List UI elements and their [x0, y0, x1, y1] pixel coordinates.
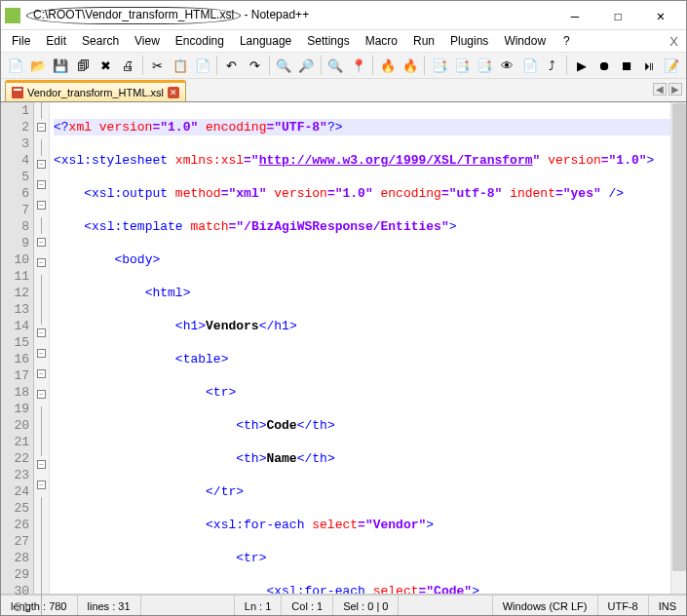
fold-toggle-icon[interactable]: − [37, 238, 46, 247]
window-title: C:\ROOT\Vendor_transform_HTML.xsl - Note… [26, 7, 309, 24]
app-name: Notepad++ [251, 8, 309, 21]
macro-multi-icon[interactable]: ⏯ [639, 55, 660, 76]
menu-view[interactable]: View [128, 32, 167, 50]
new-file-icon[interactable]: 📄 [5, 55, 25, 76]
find-icon[interactable]: 🔍 [274, 55, 294, 76]
tab-prev-icon[interactable]: ◀ [653, 83, 667, 96]
menu-encoding[interactable]: Encoding [169, 32, 231, 50]
menu-edit[interactable]: Edit [39, 32, 73, 50]
menubar: File Edit Search View Encoding Language … [1, 30, 686, 52]
all-chars-icon[interactable]: 📑 [452, 55, 473, 76]
open-file-icon[interactable]: 📂 [27, 55, 48, 76]
save-all-icon[interactable]: 🗐 [72, 55, 93, 76]
line-number-gutter: 1234567891011121314151617181920212223242… [1, 102, 34, 594]
doc-close-button[interactable]: X [669, 34, 678, 49]
app-icon [5, 8, 20, 23]
titlebar: C:\ROOT\Vendor_transform_HTML.xsl - Note… [1, 1, 686, 30]
toolbar: 📄 📂 💾 🗐 ✖ 🖨 ✂ 📋 📄 ↶ ↷ 🔍 🔎 🔍 📍 🔥 🔥 📑 📑 📑 … [1, 52, 686, 79]
fold-toggle-icon[interactable]: − [37, 369, 46, 378]
tab-close-icon[interactable]: ✕ [168, 87, 179, 98]
line-number: 28 [1, 550, 29, 566]
macro-stop-icon[interactable]: ⏺ [593, 55, 614, 76]
menu-settings[interactable]: Settings [300, 32, 356, 50]
menu-window[interactable]: Window [497, 32, 553, 50]
line-number: 1 [1, 102, 29, 119]
cut-icon[interactable]: ✂ [147, 55, 168, 76]
fold-toggle-icon[interactable]: − [37, 160, 46, 169]
statusbar: length : 780 lines : 31 Ln : 1 Col : 1 S… [1, 595, 686, 616]
line-number: 13 [1, 301, 29, 318]
line-number: 26 [1, 517, 29, 533]
status-eol[interactable]: Windows (CR LF) [493, 596, 598, 616]
paste-icon[interactable]: 📄 [192, 55, 212, 76]
tab-next-icon[interactable]: ▶ [668, 83, 682, 96]
close-file-icon[interactable]: ✖ [95, 55, 116, 76]
save-icon[interactable]: 💾 [50, 55, 70, 76]
menu-language[interactable]: Language [233, 32, 298, 50]
func-list-icon[interactable]: ⤴ [542, 55, 562, 76]
fold-toggle-icon[interactable]: − [37, 201, 46, 210]
macro-save-icon[interactable]: 📝 [662, 55, 682, 76]
status-encoding[interactable]: UTF-8 [598, 596, 649, 616]
title-sep: - [244, 8, 250, 21]
fold-toggle-icon[interactable]: − [37, 481, 46, 489]
zoom-in-icon[interactable]: 🔍 [325, 55, 346, 76]
fold-toggle-icon[interactable]: − [37, 390, 46, 399]
menu-search[interactable]: Search [75, 32, 126, 50]
fold-toggle-icon[interactable]: − [37, 123, 46, 132]
menu-plugins[interactable]: Plugins [443, 32, 495, 50]
line-number: 21 [1, 434, 29, 450]
fold-toggle-icon[interactable]: − [37, 258, 46, 267]
sync-h-icon[interactable]: 🔥 [400, 55, 420, 76]
sync-v-icon[interactable]: 🔥 [377, 55, 398, 76]
line-number: 10 [1, 251, 29, 268]
print-icon[interactable]: 🖨 [118, 55, 138, 76]
close-button[interactable]: ✕ [639, 2, 682, 29]
status-mode[interactable]: INS [649, 596, 686, 616]
menu-file[interactable]: File [5, 32, 37, 50]
line-number: 31 [1, 599, 29, 616]
tab-label: Vendor_transform_HTML.xsl [27, 87, 164, 98]
doc-map-icon[interactable]: 📄 [519, 55, 540, 76]
tabbar: Vendor_transform_HTML.xsl ✕ ◀ ▶ [1, 79, 686, 102]
maximize-button[interactable]: ☐ [596, 2, 639, 29]
monitoring-icon[interactable]: 👁 [497, 55, 517, 76]
line-number: 6 [1, 185, 29, 202]
fold-gutter: −−−−−−−−−−−− [34, 102, 50, 594]
wrap-icon[interactable]: 📑 [429, 55, 449, 76]
vertical-scrollbar[interactable] [670, 102, 686, 594]
line-number: 12 [1, 285, 29, 301]
undo-icon[interactable]: ↶ [221, 55, 242, 76]
zoom-out-icon[interactable]: 📍 [348, 55, 368, 76]
menu-run[interactable]: Run [406, 32, 441, 50]
line-number: 17 [1, 367, 29, 384]
editor: 1234567891011121314151617181920212223242… [1, 102, 686, 595]
indent-guide-icon[interactable]: 📑 [475, 55, 495, 76]
minimize-button[interactable]: — [553, 2, 596, 29]
line-number: 5 [1, 169, 29, 185]
line-number: 22 [1, 450, 29, 467]
menu-help[interactable]: ? [556, 32, 577, 50]
fold-toggle-icon[interactable]: − [37, 328, 46, 337]
fold-toggle-icon[interactable]: − [37, 180, 46, 189]
line-number: 14 [1, 318, 29, 334]
line-number: 7 [1, 202, 29, 218]
file-tab[interactable]: Vendor_transform_HTML.xsl ✕ [5, 80, 186, 101]
macro-record-icon[interactable]: ▶ [571, 55, 592, 76]
redo-icon[interactable]: ↷ [244, 55, 264, 76]
replace-icon[interactable]: 🔎 [296, 55, 317, 76]
fold-toggle-icon[interactable]: − [37, 460, 46, 469]
line-number: 25 [1, 500, 29, 517]
line-number: 19 [1, 401, 29, 417]
code-area[interactable]: <?xml version="1.0" encoding="UTF-8"?> <… [50, 102, 686, 594]
line-number: 27 [1, 533, 29, 550]
macro-play-icon[interactable]: ⏹ [617, 55, 637, 76]
fold-toggle-icon[interactable]: − [37, 349, 46, 358]
file-path: C:\ROOT\Vendor_transform_HTML.xsl [26, 7, 241, 24]
line-number: 3 [1, 135, 29, 152]
tab-nav: ◀ ▶ [653, 83, 682, 96]
copy-icon[interactable]: 📋 [170, 55, 190, 76]
status-col: Col : 1 [282, 596, 333, 616]
line-number: 30 [1, 583, 29, 599]
menu-macro[interactable]: Macro [359, 32, 404, 50]
